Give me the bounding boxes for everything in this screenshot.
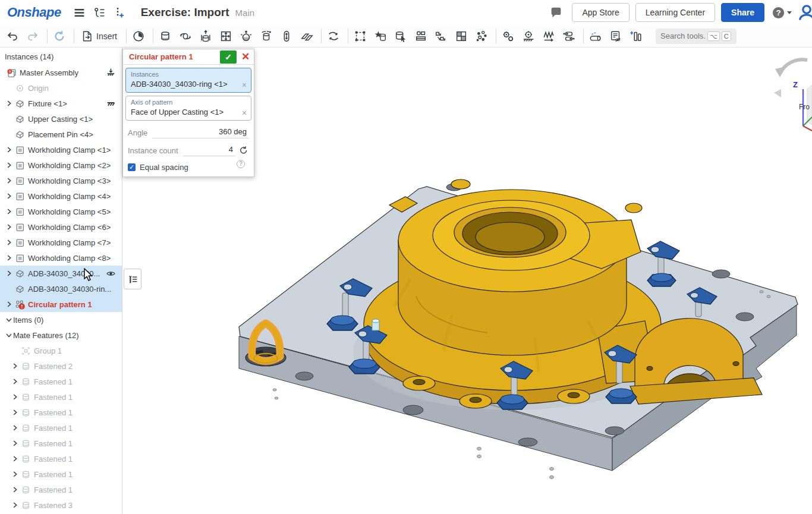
mate-connector-button[interactable]: [351, 27, 372, 46]
tree-item-fastened-1c[interactable]: Fastened 1: [0, 405, 122, 420]
tree-item-fastened-1a[interactable]: Fastened 1: [0, 374, 122, 389]
chevron-icon[interactable]: [11, 470, 19, 478]
tree-item-fastened-1b[interactable]: Fastened 1: [0, 389, 122, 405]
chevron-icon[interactable]: [11, 455, 19, 463]
main-menu-button[interactable]: [70, 4, 90, 21]
axis-field[interactable]: Axis of pattern Face of Upper Casting <1…: [125, 96, 251, 121]
tree-item-workholding-clamp-7[interactable]: Workholding Clamp <7>: [0, 235, 122, 250]
tree-item-adb-ring[interactable]: ADB-34030_34030-rin...: [0, 281, 122, 297]
pin-slot-mate-button[interactable]: [278, 27, 298, 46]
parallel-mate-button[interactable]: [298, 27, 318, 46]
chevron-icon[interactable]: [5, 176, 13, 185]
dialog-help-icon[interactable]: ?: [237, 160, 245, 168]
search-tools-input[interactable]: [660, 31, 706, 40]
chevron-icon[interactable]: [5, 254, 13, 262]
tree-item-workholding-clamp-8[interactable]: Workholding Clamp <8>: [0, 250, 122, 266]
chevron-icon[interactable]: [5, 316, 13, 324]
chevron-icon[interactable]: [5, 269, 13, 278]
tree-section-mate-features[interactable]: Mate Features (12): [0, 327, 122, 343]
planar-mate-button[interactable]: [217, 27, 237, 46]
chevron-icon[interactable]: [5, 146, 13, 154]
chevron-icon[interactable]: [11, 408, 19, 417]
tree-item-origin[interactable]: Origin: [0, 80, 122, 96]
tree-item-adb-ring-seed[interactable]: ADB-34030_34030...: [0, 266, 122, 281]
pattern-button[interactable]: [432, 27, 452, 46]
tree-item-workholding-clamp-4[interactable]: Workholding Clamp <4>: [0, 188, 122, 204]
display-states-button[interactable]: [452, 27, 473, 46]
cancel-button[interactable]: ✕: [239, 51, 252, 64]
linear-relation-button[interactable]: [540, 27, 560, 46]
chevron-icon[interactable]: [5, 207, 13, 216]
bom-button[interactable]: [627, 27, 647, 46]
row-status-icon[interactable]: [106, 68, 116, 78]
sync-button[interactable]: [51, 27, 71, 46]
chevron-icon[interactable]: [5, 238, 13, 247]
cylindrical-mate-button[interactable]: [257, 27, 278, 46]
insert-button[interactable]: Insert: [77, 27, 123, 46]
tree-item-fastened-1f[interactable]: Fastened 1: [0, 451, 122, 466]
undo-button[interactable]: [4, 27, 24, 46]
tree-item-workholding-clamp-3[interactable]: Workholding Clamp <3>: [0, 173, 122, 188]
equal-spacing-checkbox[interactable]: ✓: [128, 163, 136, 171]
share-button[interactable]: Share: [721, 3, 764, 22]
chevron-icon[interactable]: [11, 393, 19, 401]
chevron-icon[interactable]: [5, 300, 13, 308]
tree-item-fastened-1h[interactable]: Fastened 1: [0, 482, 122, 497]
switch-relation-button[interactable]: [560, 27, 580, 46]
reverse-direction-button[interactable]: [238, 145, 249, 156]
replace-instances-button[interactable]: [392, 27, 412, 46]
chevron-icon[interactable]: [11, 485, 19, 494]
app-store-button[interactable]: App Store: [572, 3, 629, 22]
rack-pinion-relation-button[interactable]: [520, 27, 540, 46]
row-status-icon[interactable]: [106, 99, 116, 109]
chevron-icon[interactable]: [5, 331, 13, 339]
clear-selection-icon[interactable]: ×: [242, 81, 247, 89]
tree-item-fastened-3[interactable]: Fastened 3: [0, 497, 122, 513]
tree-flyout-button[interactable]: [124, 269, 141, 289]
clear-axis-icon[interactable]: ×: [242, 109, 247, 116]
chevron-icon[interactable]: [5, 223, 13, 231]
chevron-icon[interactable]: [11, 362, 19, 370]
tree-item-workholding-clamp-5[interactable]: Workholding Clamp <5>: [0, 204, 122, 219]
create-version-button[interactable]: [110, 4, 130, 21]
chevron-icon[interactable]: [5, 161, 13, 169]
exploded-view-button[interactable]: [473, 27, 493, 46]
tree-item-circular-pattern-1[interactable]: Circular pattern 1: [0, 297, 122, 312]
instances-field[interactable]: Instances ADB-34030_34030-ring <1> ×: [125, 68, 251, 93]
tree-item-fastened-1e[interactable]: Fastened 1: [0, 436, 122, 451]
group-button[interactable]: [412, 27, 432, 46]
tree-item-fastened-1d[interactable]: Fastened 1: [0, 420, 122, 436]
named-positions-button[interactable]: [130, 27, 150, 46]
animate-button[interactable]: [325, 27, 345, 46]
versions-button[interactable]: [90, 4, 110, 21]
confirm-button[interactable]: ✓: [220, 51, 237, 64]
tree-item-workholding-clamp-6[interactable]: Workholding Clamp <6>: [0, 219, 122, 235]
chevron-icon[interactable]: [11, 439, 19, 447]
instance-count-input[interactable]: 4: [183, 144, 235, 156]
tree-item-fastened-2[interactable]: Fastened 2: [0, 358, 122, 374]
chevron-icon[interactable]: [5, 99, 13, 108]
tree-item-fastened-1g[interactable]: Fastened 1: [0, 466, 122, 482]
tree-item-upper-casting[interactable]: Upper Casting <1>: [0, 111, 122, 127]
tree-item-master-assembly[interactable]: Master Assembly: [0, 65, 122, 80]
tree-item-workholding-clamp-1[interactable]: Workholding Clamp <1>: [0, 142, 122, 157]
tree-item-fixture[interactable]: Fixture <1>: [0, 96, 122, 111]
revolute-mate-button[interactable]: [177, 27, 197, 46]
help-menu-button[interactable]: [772, 6, 792, 20]
gear-relation-button[interactable]: [499, 27, 520, 46]
tree-item-workholding-clamp-2[interactable]: Workholding Clamp <2>: [0, 157, 122, 173]
redo-button[interactable]: [24, 27, 44, 46]
angle-input[interactable]: 360 deg: [152, 127, 249, 138]
ball-mate-button[interactable]: [237, 27, 257, 46]
standard-content-button[interactable]: [372, 27, 392, 46]
chevron-icon[interactable]: [11, 377, 19, 386]
view-triad[interactable]: Z Fro: [774, 59, 812, 131]
chevron-icon[interactable]: [5, 192, 13, 200]
chevron-icon[interactable]: [11, 424, 19, 432]
chevron-icon[interactable]: [11, 501, 19, 509]
search-tools-box[interactable]: ⌥ C: [656, 29, 737, 44]
comments-button[interactable]: [546, 4, 566, 21]
row-status-icon[interactable]: [106, 269, 116, 279]
fastened-mate-button[interactable]: [156, 27, 177, 46]
slider-mate-button[interactable]: [197, 27, 217, 46]
